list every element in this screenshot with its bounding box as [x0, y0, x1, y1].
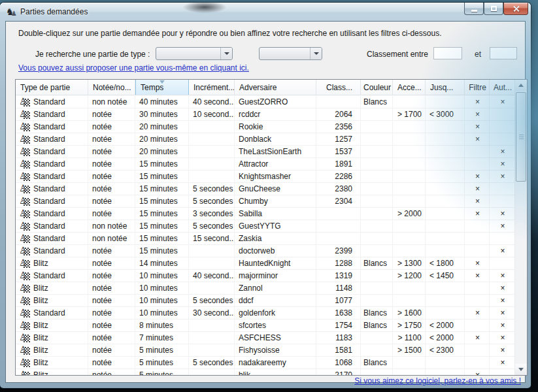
column-header-rated[interactable]: Notée/no...: [88, 80, 135, 95]
table-row[interactable]: ♙Standardnotée15 minutes5 secondesGnuChe…: [16, 183, 514, 195]
cell-increment: [189, 146, 235, 157]
cell-accept: > 1100: [393, 332, 426, 344]
game-type-text: Blitz: [33, 282, 48, 294]
column-header-label: Temps: [141, 83, 163, 92]
cell-until: [426, 233, 465, 244]
table-row[interactable]: ♙Standardnon notée15 minutes5 secondesGu…: [16, 220, 514, 233]
cell-type: ♙Standard: [16, 307, 88, 319]
table-row[interactable]: ♙Standardnotée15 minutesKnightsmasher228…: [16, 171, 514, 183]
cell-filter: [465, 319, 490, 331]
scroll-up-button[interactable]: [515, 80, 527, 91]
game-type-text: Blitz: [33, 332, 48, 344]
cell-accept: [393, 183, 426, 195]
checkerboard-icon: [24, 297, 30, 305]
table-row[interactable]: ♙Blitznotée10 minutes5 secondesddcf1077×: [16, 295, 514, 307]
cell-accept: [393, 133, 426, 145]
pawn-icon: ♙: [19, 96, 27, 106]
seek-list: Type de partieNotée/no...TempsIncrément.…: [15, 79, 528, 376]
scroll-down-button[interactable]: [515, 364, 527, 375]
table-row[interactable]: ♙Standardnotée15 minutes5 secondesChumby…: [16, 195, 514, 208]
rating-between-label: Classement entre: [367, 50, 428, 59]
cell-filter: ×: [465, 257, 490, 269]
cell-auto: ×: [490, 270, 514, 282]
cell-color: [361, 195, 393, 207]
column-header-opponent[interactable]: Adversaire: [235, 80, 316, 95]
game-subtype-select[interactable]: [259, 47, 322, 60]
minimize-button[interactable]: [464, 3, 484, 15]
column-header-increment[interactable]: Incrément...: [189, 80, 235, 95]
table-row[interactable]: ♙Blitznotée5 minutes5 secondesnadakareem…: [16, 357, 514, 369]
maximize-button[interactable]: [484, 3, 503, 15]
cell-time: 15 minutes: [135, 158, 189, 170]
table-row[interactable]: ♙Standardnon notée15 minutes15 second...…: [16, 233, 514, 245]
cell-filter: ×: [465, 183, 490, 195]
column-header-time[interactable]: Temps: [135, 80, 189, 95]
cell-opponent: ASFCHESS: [235, 332, 316, 344]
cell-color: [361, 233, 393, 244]
table-row[interactable]: ♙Blitznotée8 minutessfcortes1754Blancs> …: [16, 319, 514, 332]
cell-rated: notée: [88, 121, 135, 133]
cell-increment: [189, 332, 235, 344]
rating-max-input[interactable]: [490, 47, 517, 59]
column-header-accept[interactable]: Acce...: [393, 80, 426, 95]
column-header-auto[interactable]: Aut...: [490, 80, 514, 95]
table-row[interactable]: ♙Blitznotée7 minutesASFCHESS1183> 1100< …: [16, 332, 514, 344]
table-row[interactable]: ♙Blitznotée14 minutesHauntedKnight1288Bl…: [16, 257, 514, 270]
table-row[interactable]: ♙Standardnotée10 minutes40 second...majo…: [16, 270, 514, 282]
table-row[interactable]: ♙Blitznotée5 minutesFishysoisse1581> 150…: [16, 344, 514, 357]
checkerboard-icon: [24, 272, 30, 280]
cell-accept: [393, 245, 426, 257]
cell-until: < 2000: [426, 319, 465, 331]
column-header-color[interactable]: Couleur: [361, 80, 393, 95]
cell-color: [361, 295, 393, 306]
cell-color: Blancs: [361, 319, 393, 331]
table-row[interactable]: ♙Standardnotée15 minutes3 secondesSabill…: [16, 208, 514, 220]
table-row[interactable]: ♙Standardnotée10 minutes30 second...gold…: [16, 307, 514, 319]
column-header-filter[interactable]: Filtre: [465, 80, 490, 95]
vertical-scrollbar[interactable]: [514, 80, 527, 375]
cell-until: < 1800: [426, 257, 465, 269]
cell-until: [426, 357, 465, 368]
cell-auto: ×: [490, 208, 514, 220]
cell-time: 15 minutes: [135, 220, 189, 232]
rating-min-input[interactable]: [433, 47, 462, 59]
column-header-until[interactable]: Jusq...: [426, 80, 465, 95]
share-software-link[interactable]: Si vous aimez ce logiciel, parlez-en à v…: [354, 376, 521, 385]
cell-until: [426, 369, 465, 376]
column-header-rating[interactable]: Class...: [316, 80, 361, 95]
game-type-text: Standard: [33, 121, 65, 133]
cell-opponent: Attractor: [235, 158, 316, 170]
table-row[interactable]: ♙Blitznotée5 minutesblik2170×: [16, 369, 514, 376]
checkerboard-icon: [24, 99, 30, 106]
game-type-select[interactable]: [156, 47, 233, 60]
table-row[interactable]: ♙Blitznotée10 minutesZannol1148×: [16, 282, 514, 295]
column-header-type[interactable]: Type de partie: [16, 80, 88, 95]
cell-rating: 1581: [316, 344, 361, 356]
table-row[interactable]: ♙Standardnotée15 minutesAttractor1891×: [16, 158, 514, 171]
cell-rated: notée: [88, 171, 135, 182]
cell-opponent: rcddcr: [235, 108, 316, 120]
table-body: ♙Standardnon notée40 minutes40 second...…: [16, 96, 514, 376]
cell-until: [426, 133, 465, 145]
table-row[interactable]: ♙Standardnotée20 minutesRookie2356×: [16, 121, 514, 133]
scrollbar-thumb[interactable]: [516, 92, 526, 182]
cell-increment: 5 secondes: [189, 195, 235, 207]
propose-game-link[interactable]: Vous pouvez aussi proposer une partie vo…: [18, 63, 249, 73]
dropdown-arrow-zone: [220, 48, 232, 59]
titlebar[interactable]: ♞♟ Parties demandées: [0, 3, 531, 21]
cell-rated: notée: [88, 133, 135, 145]
table-row[interactable]: ♙Standardnotée20 minutesTheLastSionEarth…: [16, 146, 514, 158]
cell-until: [426, 295, 465, 306]
cell-type: ♙Standard: [16, 183, 88, 195]
table-row[interactable]: ♙Standardnon notée40 minutes40 second...…: [16, 96, 514, 108]
cell-type: ♙Blitz: [16, 282, 88, 294]
chess-piece-icon: ♙: [20, 234, 30, 244]
close-button[interactable]: [503, 3, 528, 15]
cell-time: 5 minutes: [135, 344, 189, 356]
table-row[interactable]: ♙Standardnotée20 minutesDonblack1257×: [16, 133, 514, 146]
cell-auto: [490, 257, 514, 269]
cell-filter: [465, 344, 490, 356]
table-row[interactable]: ♙Standardnotée30 minutes10 second...rcdd…: [16, 108, 514, 121]
table-row[interactable]: ♙Standardnotée15 minutesdoctorweb2399×: [16, 245, 514, 257]
cell-rated: notée: [88, 195, 135, 207]
